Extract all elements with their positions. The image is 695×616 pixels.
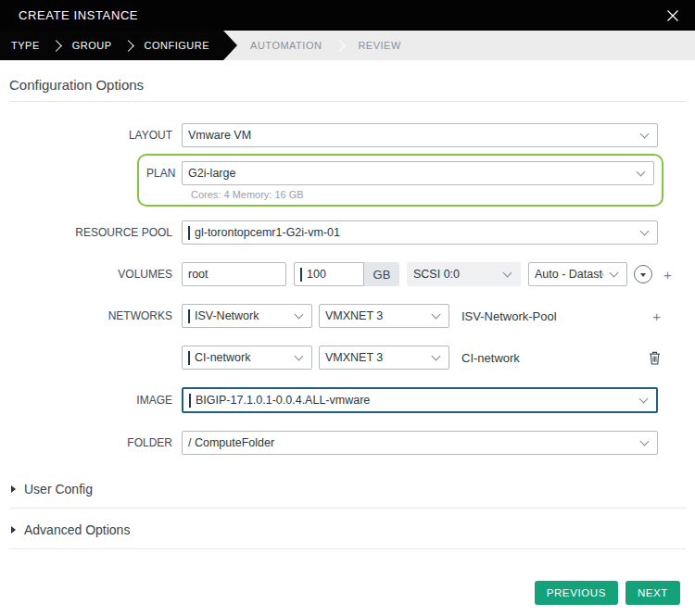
network-value-1: ISV-Network bbox=[195, 309, 288, 322]
plan-row: PLAN G2i-large bbox=[146, 161, 654, 185]
folder-row: FOLDER / ComputeFolder bbox=[9, 431, 686, 455]
wizard-steps: TYPE GROUP CONFIGURE AUTOMATION REVIEW bbox=[0, 31, 695, 60]
image-row: IMAGE BIGIP-17.1.0.1-0.0.4.ALL-vmware bbox=[9, 387, 686, 413]
chevron-down-icon bbox=[640, 226, 650, 235]
networks-row-2: CI-network VMXNET 3 CI-network bbox=[9, 346, 686, 370]
network-select-1[interactable]: ISV-Network bbox=[182, 304, 312, 328]
wizard-step-automation[interactable]: AUTOMATION bbox=[250, 40, 322, 51]
volume-controller-value: SCSI 0:0 bbox=[413, 268, 497, 281]
text-cursor bbox=[189, 394, 191, 408]
add-volume-button[interactable]: + bbox=[663, 268, 672, 282]
resource-pool-row: RESOURCE POOL gl-torontopcemr1-G2i-vm-01 bbox=[9, 220, 686, 245]
add-network-button[interactable]: + bbox=[652, 309, 661, 323]
delete-network-button[interactable] bbox=[649, 351, 661, 365]
chevron-down-icon bbox=[503, 268, 512, 277]
networks-row-1: NETWORKS ISV-Network VMXNET 3 ISV-Networ… bbox=[9, 304, 686, 328]
volume-size-unit: GB bbox=[364, 262, 399, 286]
folder-label: FOLDER bbox=[9, 436, 182, 449]
resource-pool-select[interactable]: gl-torontopcemr1-G2i-vm-01 bbox=[182, 220, 658, 245]
chevron-down-icon bbox=[295, 351, 304, 360]
text-cursor bbox=[188, 226, 190, 240]
chevron-down-icon bbox=[432, 309, 441, 319]
networks-label: NETWORKS bbox=[9, 309, 182, 322]
volume-size-input[interactable]: 100 bbox=[294, 262, 364, 286]
resource-pool-value: gl-torontopcemr1-G2i-vm-01 bbox=[195, 226, 634, 239]
chevron-right-icon bbox=[335, 40, 347, 52]
advanced-options-label: Advanced Options bbox=[24, 522, 130, 537]
close-icon[interactable] bbox=[665, 8, 680, 23]
caret-down-icon bbox=[640, 273, 646, 277]
resource-pool-label: RESOURCE POOL bbox=[9, 226, 182, 239]
wizard-upcoming-steps: AUTOMATION REVIEW bbox=[237, 31, 401, 60]
modal-title: CREATE INSTANCE bbox=[19, 8, 138, 22]
wizard-completed-steps: TYPE GROUP CONFIGURE bbox=[0, 31, 237, 60]
network-adapter-value-1: VMXNET 3 bbox=[325, 309, 425, 322]
text-cursor bbox=[188, 351, 190, 365]
configure-panel: Configuration Options LAYOUT Vmware VM P… bbox=[0, 60, 695, 549]
wizard-step-type[interactable]: TYPE bbox=[11, 40, 40, 51]
plan-select[interactable]: G2i-large bbox=[182, 161, 654, 185]
network-pool-label-1: ISV-Network-Pool bbox=[461, 309, 557, 323]
volume-options-button[interactable] bbox=[634, 265, 652, 283]
folder-select[interactable]: / ComputeFolder bbox=[182, 431, 658, 455]
advanced-options-section[interactable]: Advanced Options bbox=[9, 514, 686, 549]
chevron-down-icon bbox=[640, 129, 650, 138]
plan-highlight-box: PLAN G2i-large Cores: 4 Memory: 16 GB bbox=[137, 154, 663, 207]
chevron-right-icon bbox=[50, 40, 62, 52]
volume-datastore-value: Auto - Datastore bbox=[535, 268, 603, 281]
network-adapter-select-2[interactable]: VMXNET 3 bbox=[319, 346, 449, 370]
wizard-footer: PREVIOUS NEXT bbox=[535, 581, 680, 605]
layout-value: Vmware VM bbox=[188, 129, 634, 142]
volume-name-value: root bbox=[188, 268, 208, 281]
layout-select[interactable]: Vmware VM bbox=[182, 123, 658, 147]
modal-header: CREATE INSTANCE bbox=[0, 0, 695, 31]
chevron-down-icon bbox=[610, 268, 619, 277]
wizard-step-configure[interactable]: CONFIGURE bbox=[145, 40, 210, 51]
folder-value: / ComputeFolder bbox=[188, 436, 634, 449]
chevron-down-icon bbox=[640, 436, 650, 446]
network-adapter-select-1[interactable]: VMXNET 3 bbox=[319, 304, 449, 328]
plan-hint: Cores: 4 Memory: 16 GB bbox=[191, 189, 654, 200]
plan-value: G2i-large bbox=[188, 167, 630, 180]
divider bbox=[9, 101, 686, 102]
volumes-row: VOLUMES root 100 GB SCSI 0:0 Auto - Data… bbox=[9, 262, 686, 286]
volume-controller-select[interactable]: SCSI 0:0 bbox=[407, 262, 521, 286]
collapsible-sections: User Config Advanced Options bbox=[9, 473, 686, 549]
volumes-label: VOLUMES bbox=[9, 268, 182, 281]
wizard-step-review[interactable]: REVIEW bbox=[358, 40, 400, 51]
network-select-2[interactable]: CI-network bbox=[182, 346, 312, 370]
user-config-label: User Config bbox=[24, 482, 93, 497]
layout-label: LAYOUT bbox=[9, 129, 182, 142]
layout-row: LAYOUT Vmware VM bbox=[9, 123, 686, 147]
chevron-down-icon bbox=[637, 167, 646, 176]
chevron-down-icon bbox=[432, 351, 441, 360]
network-pool-label-2: CI-network bbox=[461, 351, 520, 365]
image-value: BIGIP-17.1.0.1-0.0.4.ALL-vmware bbox=[196, 394, 633, 407]
next-button[interactable]: NEXT bbox=[626, 581, 680, 605]
volume-size-group: 100 GB bbox=[294, 262, 399, 286]
network-adapter-value-2: VMXNET 3 bbox=[325, 351, 425, 364]
caret-right-icon bbox=[11, 485, 16, 493]
user-config-section[interactable]: User Config bbox=[9, 473, 686, 509]
chevron-right-icon bbox=[122, 40, 134, 52]
caret-right-icon bbox=[11, 526, 16, 534]
plan-label: PLAN bbox=[146, 167, 182, 180]
trash-icon bbox=[649, 351, 661, 365]
text-cursor bbox=[188, 309, 190, 323]
configuration-form: LAYOUT Vmware VM PLAN G2i-large Cores: 4… bbox=[9, 123, 686, 455]
volume-size-value: 100 bbox=[307, 268, 326, 281]
volume-datastore-select[interactable]: Auto - Datastore bbox=[528, 262, 627, 286]
chevron-down-icon bbox=[295, 309, 304, 319]
page-title: Configuration Options bbox=[9, 77, 686, 93]
chevron-down-icon bbox=[639, 394, 649, 403]
previous-button[interactable]: PREVIOUS bbox=[535, 581, 618, 605]
image-label: IMAGE bbox=[9, 394, 182, 407]
network-value-2: CI-network bbox=[195, 351, 288, 364]
wizard-step-group[interactable]: GROUP bbox=[72, 40, 112, 51]
volume-name-input[interactable]: root bbox=[182, 262, 286, 286]
text-cursor bbox=[300, 268, 302, 282]
image-select[interactable]: BIGIP-17.1.0.1-0.0.4.ALL-vmware bbox=[182, 387, 658, 413]
